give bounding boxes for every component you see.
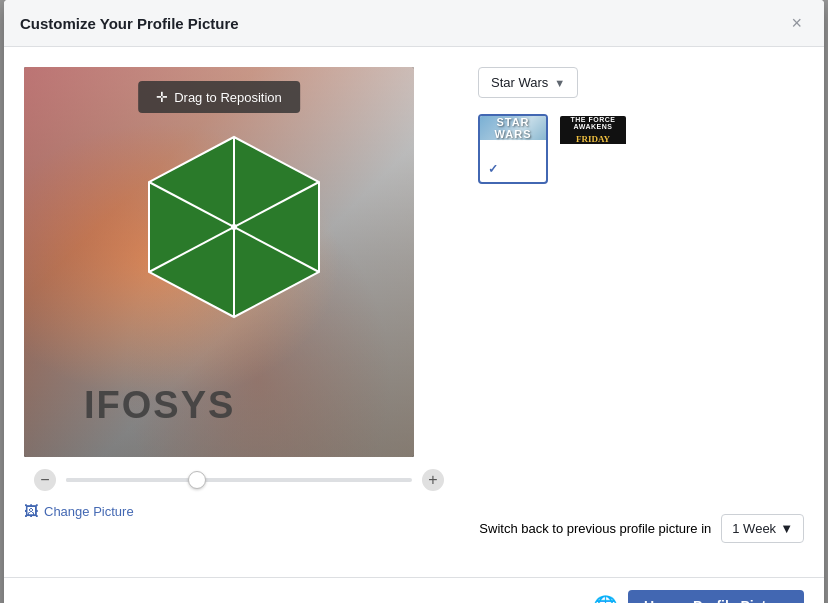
- hex-overlay: [124, 117, 324, 317]
- hexagon-icon: [124, 117, 344, 337]
- zoom-slider-row: − +: [24, 469, 454, 491]
- frames-category-dropdown[interactable]: Star Wars ▼: [478, 67, 578, 98]
- infosys-partial-text: IFOSYS: [84, 384, 235, 427]
- right-panel: Star Wars ▼ STARWARS THE FORCEAWAKENS FR…: [478, 67, 804, 557]
- frames-category-label: Star Wars: [491, 75, 548, 90]
- week-label: 1 Week: [732, 521, 776, 536]
- left-panel: IFOSYS ✛ Drag to Reposition − + 🖼: [24, 67, 454, 557]
- switch-back-section: Switch back to previous profile picture …: [478, 500, 804, 557]
- customize-profile-modal: Customize Your Profile Picture ×: [4, 0, 824, 603]
- frame-item-1[interactable]: STARWARS: [478, 114, 548, 184]
- modal-header: Customize Your Profile Picture ×: [4, 0, 824, 47]
- profile-image-container[interactable]: IFOSYS ✛ Drag to Reposition: [24, 67, 414, 457]
- zoom-slider-fill: [66, 478, 204, 482]
- svg-point-4: [231, 224, 237, 230]
- zoom-in-button[interactable]: +: [422, 469, 444, 491]
- modal-body: IFOSYS ✛ Drag to Reposition − + 🖼: [4, 47, 824, 577]
- change-picture-link[interactable]: Change Picture: [44, 504, 134, 519]
- frame-preview-2: THE FORCEAWAKENS FRIDAY: [560, 116, 626, 144]
- zoom-out-button[interactable]: −: [34, 469, 56, 491]
- globe-icon: 🌐: [593, 594, 618, 603]
- modal-footer: 🌐 Use as Profile Picture: [4, 577, 824, 603]
- close-button[interactable]: ×: [785, 12, 808, 34]
- frames-grid: STARWARS THE FORCEAWAKENS FRIDAY: [478, 114, 804, 184]
- frame-item-2[interactable]: THE FORCEAWAKENS FRIDAY: [558, 114, 628, 184]
- profile-image-preview: IFOSYS: [24, 67, 414, 457]
- dropdown-arrow-icon: ▼: [554, 77, 565, 89]
- week-dropdown[interactable]: 1 Week ▼: [721, 514, 804, 543]
- use-as-profile-picture-button[interactable]: Use as Profile Picture: [628, 590, 804, 603]
- switch-back-label: Switch back to previous profile picture …: [479, 521, 711, 536]
- frame-preview-1: STARWARS: [480, 116, 546, 140]
- zoom-slider-track[interactable]: [66, 478, 412, 482]
- week-arrow-icon: ▼: [780, 521, 793, 536]
- spacer: [478, 200, 804, 484]
- change-picture-row[interactable]: 🖼 Change Picture: [24, 503, 454, 519]
- selected-checkmark-badge: [484, 160, 502, 178]
- zoom-slider-thumb[interactable]: [188, 471, 206, 489]
- modal-title: Customize Your Profile Picture: [20, 15, 239, 32]
- image-icon: 🖼: [24, 503, 38, 519]
